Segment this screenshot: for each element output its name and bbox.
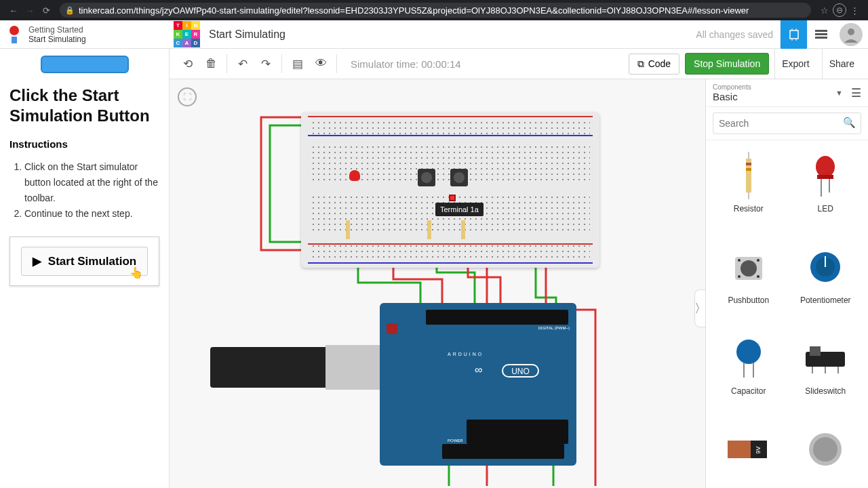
url-text: tinkercad.com/things/jzyOAWfPp40-start-s… <box>79 5 749 16</box>
svg-rect-0 <box>790 30 798 39</box>
forward-button[interactable]: → <box>22 5 38 16</box>
list-icon <box>815 30 827 39</box>
lock-icon: 🔒 <box>65 6 75 15</box>
component-slideswitch[interactable]: Slideswitch <box>789 329 863 418</box>
browser-chrome: ← → ⟳ 🔒 tinkercad.com/things/jzyOAWfPp40… <box>0 0 868 20</box>
svg-point-27 <box>736 340 761 364</box>
svg-point-19 <box>741 260 757 277</box>
instruction-step: Continue to the next step. <box>24 206 159 222</box>
breadboard[interactable] <box>301 112 599 268</box>
redo-button[interactable]: ↷ <box>254 52 277 75</box>
component-led[interactable]: LED <box>789 147 863 236</box>
reset-button[interactable] <box>387 323 397 334</box>
cursor-icon: 👆 <box>130 266 143 279</box>
editor-toolbar: ⟲ 🗑 ↶ ↷ ▤ 👁 Simulator time: 00:00:14 ⧉Co… <box>170 49 868 79</box>
user-avatar[interactable] <box>840 23 863 46</box>
breadcrumb-top[interactable]: Getting Started <box>28 25 86 35</box>
resistor-component[interactable] <box>346 220 350 239</box>
search-icon: 🔍 <box>843 117 856 129</box>
svg-point-22 <box>738 275 741 278</box>
save-status: All changes saved <box>696 29 773 40</box>
start-sim-callout: ▶ Start Simulation 👆 <box>9 237 159 286</box>
zoom-fit-button[interactable]: ⛶ <box>178 87 197 106</box>
led-icon <box>7 26 22 43</box>
svg-point-21 <box>757 259 760 262</box>
terminal-highlight[interactable] <box>449 195 456 201</box>
menu-icon[interactable]: ⋮ <box>846 5 863 16</box>
svg-rect-10 <box>746 163 751 165</box>
infinity-icon: ∞ <box>475 364 482 376</box>
panel-collapse-handle[interactable]: 〉 <box>694 289 705 327</box>
component-battery[interactable]: 9V <box>711 421 786 489</box>
svg-rect-15 <box>817 175 833 179</box>
undo-button[interactable]: ↶ <box>231 52 254 75</box>
app-header: Getting Started Start Simulating TIN KER… <box>0 20 868 49</box>
instruction-step: Click on the Start simulator button loca… <box>24 159 159 206</box>
component-potentiometer[interactable]: Potentiometer <box>789 239 863 327</box>
simulator-time: Simulator time: 00:00:14 <box>351 58 461 70</box>
rotate-button[interactable]: ⟲ <box>176 52 199 75</box>
stop-simulation-button[interactable]: Stop Simulation <box>685 53 769 75</box>
list-view-button[interactable] <box>807 20 834 49</box>
svg-rect-35 <box>728 441 751 458</box>
pushbutton-component[interactable] <box>418 169 435 186</box>
component-coincell[interactable] <box>789 421 863 489</box>
svg-point-23 <box>757 275 760 278</box>
svg-point-8 <box>848 28 854 35</box>
arduino-uno[interactable]: DIGITAL (PWM~) POWER ANALOG IN ∞ ARDUINO… <box>339 303 583 486</box>
url-bar[interactable]: 🔒 tinkercad.com/things/jzyOAWfPp40-start… <box>60 3 811 18</box>
delete-button[interactable]: 🗑 <box>199 52 222 75</box>
breadcrumb-sub: Start Simulating <box>28 35 86 44</box>
svg-text:9V: 9V <box>755 446 762 453</box>
svg-rect-11 <box>746 168 751 171</box>
microcontroller-chip <box>467 420 568 444</box>
play-icon: ▶ <box>33 254 41 268</box>
export-button[interactable]: Export <box>774 49 816 79</box>
person-icon <box>843 26 859 43</box>
share-button[interactable]: Share <box>822 49 861 79</box>
back-button[interactable]: ← <box>5 5 22 16</box>
svg-rect-7 <box>815 37 827 39</box>
svg-point-14 <box>816 156 835 178</box>
resistor-component[interactable] <box>427 220 431 239</box>
reload-button[interactable]: ⟳ <box>38 5 54 16</box>
instructions-list: Click on the Start simulator button loca… <box>9 159 159 222</box>
start-sim-label: Start Simulation <box>48 255 136 268</box>
circuit-canvas[interactable]: ⛶ <box>170 79 868 488</box>
component-capacitor[interactable]: Capacitor <box>711 329 786 418</box>
code-icon: ⧉ <box>637 58 644 70</box>
instructions-heading: Instructions <box>9 138 159 150</box>
lesson-title: Click the Start Simulation Button <box>9 85 159 126</box>
svg-rect-5 <box>815 30 827 32</box>
component-pushbutton[interactable]: Pushbutton <box>711 239 786 327</box>
arduino-brand: ARDUINO <box>448 352 484 357</box>
profile-icon[interactable]: ⊖ <box>833 3 846 17</box>
component-search-input[interactable] <box>713 113 861 134</box>
svg-rect-31 <box>810 346 821 356</box>
circuit-view-button[interactable] <box>780 20 807 49</box>
star-icon[interactable]: ☆ <box>816 5 833 16</box>
visibility-button[interactable]: 👁 <box>309 52 332 75</box>
components-category-select[interactable]: Components Basic <box>713 83 827 102</box>
pushbutton-component[interactable] <box>450 169 468 186</box>
start-simulation-example-button[interactable]: ▶ Start Simulation 👆 <box>21 247 148 276</box>
tinkercad-logo[interactable]: TIN KER CAD <box>174 21 201 48</box>
terminal-tooltip: Terminal 1a <box>435 203 484 216</box>
lesson-sidebar: Click the Start Simulation Button Instru… <box>0 49 170 488</box>
chip-icon <box>787 28 801 41</box>
chevron-down-icon: ▼ <box>835 89 843 97</box>
components-panel: Components Basic ▼ ☰ 🔍 Resistor <box>705 79 868 488</box>
code-button[interactable]: ⧉Code <box>629 54 679 75</box>
svg-rect-6 <box>815 33 827 35</box>
resistor-component[interactable] <box>461 220 465 239</box>
notes-button[interactable]: ▤ <box>286 52 309 75</box>
list-view-icon[interactable]: ☰ <box>851 86 861 100</box>
svg-point-39 <box>813 437 837 462</box>
led-component[interactable] <box>349 170 360 181</box>
progress-pill[interactable] <box>41 56 129 73</box>
component-resistor[interactable]: Resistor <box>711 147 786 236</box>
arduino-model: UNO <box>502 364 539 378</box>
project-title[interactable]: Start Simulating <box>209 28 285 41</box>
svg-point-20 <box>738 259 741 262</box>
